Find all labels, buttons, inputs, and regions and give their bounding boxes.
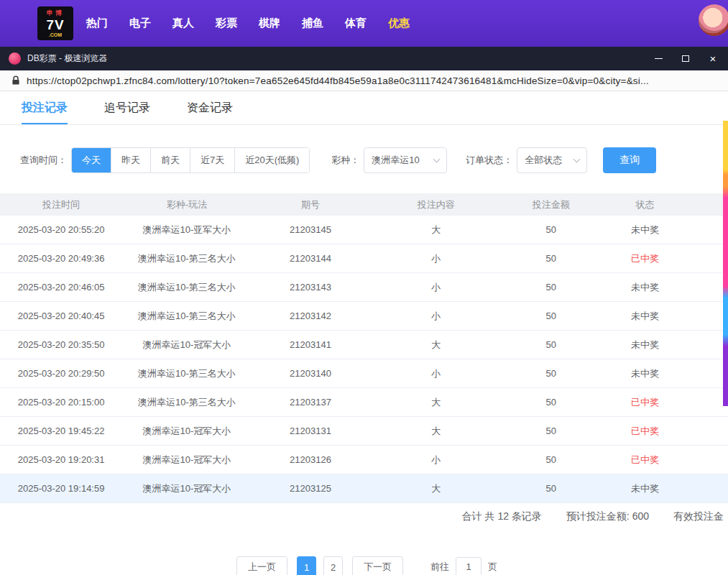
cell-issue: 21203126 — [251, 454, 369, 465]
cell-issue: 21203143 — [251, 282, 369, 293]
cell-issue: 21203140 — [251, 368, 369, 379]
cell-status: 已中奖 — [600, 252, 691, 265]
lottery-select[interactable]: 澳洲幸运10 — [364, 147, 447, 173]
nav-item-promo[interactable]: 优惠 — [388, 17, 410, 30]
cell-game: 澳洲幸运10-亚军大小 — [122, 224, 251, 236]
goto-page-input[interactable] — [456, 557, 482, 575]
cell-status: 已中奖 — [600, 425, 691, 438]
nav-item-fishing[interactable]: 捕鱼 — [302, 17, 323, 30]
nav-item-slots[interactable]: 电子 — [129, 17, 151, 30]
cell-amount: 50 — [502, 483, 600, 494]
time-option-20days[interactable]: 近20天(低频) — [234, 148, 309, 172]
cell-game: 澳洲幸运10-冠军大小 — [122, 482, 251, 495]
table-row: 2025-03-20 20:35:50 澳洲幸运10-冠军大小 21203141… — [0, 331, 728, 359]
nav-item-sports[interactable]: 体育 — [345, 17, 367, 30]
time-option-today[interactable]: 今天 — [72, 148, 111, 172]
cell-content: 大 — [370, 425, 502, 438]
table-row: 2025-03-20 20:29:50 澳洲幸运10-第三名大小 2120314… — [0, 359, 728, 388]
cell-issue: 21203141 — [251, 339, 369, 350]
cell-issue: 21203125 — [251, 483, 369, 494]
nav-item-hot[interactable]: 热门 — [86, 17, 108, 30]
cell-issue: 21203145 — [251, 224, 369, 235]
cell-amount: 50 — [502, 426, 600, 436]
cell-amount: 50 — [502, 339, 600, 350]
cell-amount: 50 — [502, 454, 600, 465]
cell-game: 澳洲幸运10-第三名大小 — [122, 281, 251, 294]
maximize-button[interactable] — [672, 47, 699, 70]
tab-bet-records[interactable]: 投注记录 — [22, 92, 68, 124]
cell-issue: 21203131 — [251, 426, 369, 436]
header-cell-game: 彩种-玩法 — [122, 198, 251, 211]
cell-amount: 50 — [502, 368, 600, 379]
cell-content: 小 — [370, 367, 502, 380]
header-cell-status: 状态 — [600, 198, 691, 211]
nav-item-lottery[interactable]: 彩票 — [216, 17, 237, 30]
cell-time: 2025-03-20 19:45:22 — [0, 426, 122, 436]
cell-amount: 50 — [502, 253, 600, 264]
header-cell-issue: 期号 — [251, 198, 369, 211]
bet-records-table: 投注时间 彩种-玩法 期号 投注内容 投注金额 状态 2025-03-20 20… — [0, 193, 728, 503]
cell-game: 澳洲幸运10-第三名大小 — [122, 310, 251, 323]
page-number-2[interactable]: 2 — [323, 556, 343, 575]
close-button[interactable]: × — [699, 47, 727, 70]
next-page-button[interactable]: 下一页 — [352, 556, 403, 575]
window-title: DB彩票 - 极速浏览器 — [27, 52, 107, 65]
cell-content: 小 — [370, 454, 502, 466]
tab-chase-records[interactable]: 追号记录 — [104, 92, 150, 124]
cell-content: 大 — [370, 396, 502, 409]
table-row: 2025-03-20 20:46:05 澳洲幸运10-第三名大小 2120314… — [0, 273, 728, 302]
goto-page-group: 前往 页 — [430, 557, 497, 575]
cell-game: 澳洲幸运10-第三名大小 — [122, 396, 251, 409]
lottery-select-value: 澳洲幸运10 — [372, 154, 419, 167]
filter-bar: 查询时间： 今天 昨天 前天 近7天 近20天(低频) 彩种： 澳洲幸运10 订… — [20, 147, 728, 173]
cell-issue: 21203142 — [251, 310, 369, 321]
cell-status: 已中奖 — [600, 454, 691, 466]
cell-status: 未中奖 — [600, 224, 691, 236]
page-content: 投注记录 追号记录 资金记录 查询时间： 今天 昨天 前天 近7天 近20天(低… — [0, 92, 728, 575]
site-logo[interactable]: 申博 7V .COM — [37, 6, 73, 40]
minimize-icon — [655, 58, 663, 59]
cell-time: 2025-03-20 20:49:36 — [0, 253, 122, 264]
cell-content: 小 — [370, 281, 502, 294]
cell-content: 大 — [370, 224, 502, 236]
address-bar[interactable]: https://ctop02pchwp1.zfnc84.com/lottery/… — [0, 70, 728, 91]
nav-item-live[interactable]: 真人 — [172, 17, 194, 30]
goto-label: 前往 — [430, 561, 449, 574]
main-nav: 热门 电子 真人 彩票 棋牌 捕鱼 体育 优惠 — [86, 0, 410, 47]
time-option-7days[interactable]: 近7天 — [190, 148, 234, 172]
summary-total: 合计 共 12 条记录 — [462, 510, 542, 523]
cell-status: 未中奖 — [600, 310, 691, 323]
time-option-2days-ago[interactable]: 前天 — [150, 148, 190, 172]
cell-content: 小 — [370, 310, 502, 323]
cell-time: 2025-03-20 20:55:20 — [0, 224, 122, 235]
header-cell-time: 投注时间 — [0, 198, 122, 211]
cell-time: 2025-03-20 20:29:50 — [0, 368, 122, 379]
cell-amount: 50 — [502, 310, 600, 321]
nav-item-cards[interactable]: 棋牌 — [259, 17, 280, 30]
order-status-select[interactable]: 全部状态 — [517, 147, 587, 173]
logo-main-text: 7V — [46, 18, 64, 32]
page-number-1[interactable]: 1 — [297, 556, 316, 575]
cell-issue: 21203144 — [251, 253, 369, 264]
tab-fund-records[interactable]: 资金记录 — [187, 92, 233, 124]
cell-game: 澳洲幸运10-第三名大小 — [122, 252, 251, 265]
table-row: 2025-03-20 20:40:45 澳洲幸运10-第三名大小 2120314… — [0, 302, 728, 331]
time-option-yesterday[interactable]: 昨天 — [111, 148, 150, 172]
window-controls: × — [645, 47, 727, 70]
search-button[interactable]: 查询 — [603, 147, 656, 173]
chevron-down-icon — [433, 155, 441, 162]
prev-page-button[interactable]: 上一页 — [236, 556, 287, 575]
record-tabs: 投注记录 追号记录 资金记录 — [0, 92, 728, 125]
table-row-hovered: 2025-03-20 19:14:59 澳洲幸运10-冠军大小 21203125… — [0, 474, 728, 503]
cell-time: 2025-03-20 20:15:00 — [0, 397, 122, 408]
header-cell-amount: 投注金额 — [502, 198, 600, 211]
goto-suffix: 页 — [488, 561, 497, 574]
table-row: 2025-03-20 20:49:36 澳洲幸运10-第三名大小 2120314… — [0, 244, 728, 273]
table-row: 2025-03-20 19:45:22 澳洲幸运10-冠军大小 21203131… — [0, 417, 728, 446]
avatar[interactable] — [699, 4, 728, 36]
logo-top-text: 申博 — [47, 10, 64, 17]
cell-issue: 21203137 — [251, 397, 369, 408]
status-filter-label: 订单状态： — [466, 154, 512, 167]
minimize-button[interactable] — [645, 47, 672, 70]
cell-status: 未中奖 — [600, 339, 691, 351]
